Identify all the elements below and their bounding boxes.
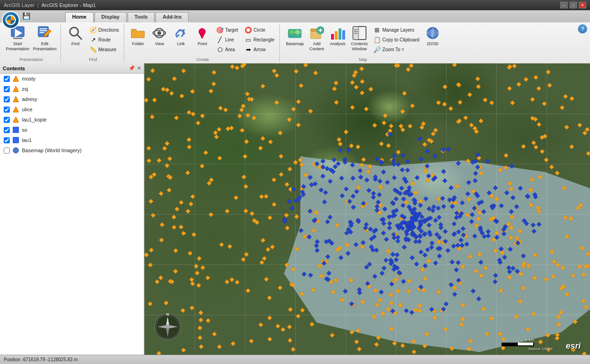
layer-basemap-checkbox[interactable] (4, 148, 10, 154)
svg-rect-2 (13, 38, 22, 39)
target-icon: 🎯 (216, 27, 224, 34)
directions-label: Directions (98, 27, 119, 33)
layer-ulice-checkbox[interactable] (4, 107, 10, 113)
contents-window-button[interactable]: ContentsWindow (349, 24, 370, 55)
link-icon (173, 26, 188, 40)
position-status: Position -671619.79 -1128025.83 m (4, 357, 78, 362)
group-presentation: StartPresentation EditPre (2, 23, 61, 62)
tab-add-ins[interactable]: Add-Ins (156, 12, 189, 22)
svg-point-48 (166, 325, 170, 329)
svg-rect-23 (335, 31, 338, 40)
tab-home[interactable]: Home (65, 12, 94, 22)
layer-basemap-icon (12, 147, 20, 154)
route-label: Route (98, 37, 111, 42)
analysis-button[interactable]: Analysis (327, 24, 348, 55)
minimize-button[interactable]: ─ (560, 2, 568, 8)
layer-item: zsj (0, 84, 144, 94)
svg-rect-4 (40, 28, 47, 29)
circle-button[interactable]: ⭕ Circle (242, 25, 277, 34)
layer-item: adresy (0, 94, 144, 104)
rectangle-icon: ▭ (244, 36, 252, 43)
svg-marker-37 (13, 107, 19, 112)
start-presentation-button[interactable]: StartPresentation (5, 24, 31, 55)
undo-quick-btn[interactable]: ↩ (32, 12, 37, 20)
add-content-label: AddContent (310, 41, 325, 52)
add-content-icon (309, 26, 324, 40)
view-button[interactable]: View (149, 24, 169, 55)
layer-basemap-label: Basemap (World Imagery) (22, 148, 81, 153)
contents-header: Contents 📌 ✕ (0, 63, 144, 74)
svg-rect-28 (354, 29, 358, 30)
find-button[interactable]: Find (65, 24, 86, 55)
contents-pin-button[interactable]: 📌 (129, 65, 135, 71)
close-button[interactable]: ✕ (579, 2, 586, 8)
layer-item: ulice (0, 104, 144, 115)
copy-clipboard-button[interactable]: 📋 Copy to Clipboard (371, 35, 422, 44)
analysis-icon (330, 26, 345, 40)
area-icon: ⬡ (216, 46, 224, 53)
layer-mosty-checkbox[interactable] (4, 76, 10, 82)
2d3d-button[interactable]: 2D/3D (423, 24, 442, 55)
group-presentation-label: Presentation (5, 57, 58, 62)
add-content-button[interactable]: AddContent (307, 24, 326, 55)
svg-rect-21 (320, 28, 321, 32)
map-area[interactable]: N 9 km Source: USGS esri (144, 63, 590, 355)
svg-marker-36 (13, 96, 19, 102)
target-button[interactable]: 🎯 Target (214, 25, 240, 34)
measure-button[interactable]: 📏 Measure (87, 45, 121, 54)
contents-close-button[interactable]: ✕ (137, 65, 141, 71)
layer-item: lau1_kopie (0, 115, 144, 125)
maximize-button[interactable]: □ (570, 2, 577, 8)
zoom-to-label: Zoom To = (382, 47, 404, 52)
layer-mosty-label: mosty (22, 76, 35, 81)
copy-clipboard-label: Copy to Clipboard (382, 37, 420, 42)
group-create: Folder View (125, 23, 280, 62)
tab-display[interactable]: Display (95, 12, 127, 22)
find-label: Find (71, 41, 80, 47)
svg-point-41 (13, 148, 19, 153)
view-icon (152, 26, 167, 40)
layer-lau1kopie-checkbox[interactable] (4, 117, 10, 123)
help-button[interactable]: ? (578, 24, 587, 34)
folder-button[interactable]: Folder (128, 24, 148, 55)
route-button[interactable]: ↗ Route (87, 35, 121, 44)
basemap-button[interactable]: Basemap (284, 24, 306, 55)
edit-presentation-button[interactable]: EditPresentation (32, 24, 58, 55)
layer-zsj-label: zsj (22, 86, 28, 92)
layer-item: mosty (0, 74, 144, 84)
zoom-to-button[interactable]: 🔎 Zoom To = (371, 45, 422, 54)
save-quick-btn[interactable]: 💾 (22, 12, 30, 20)
area-button[interactable]: ⬡ Area (214, 45, 240, 54)
tab-tools[interactable]: Tools (128, 12, 155, 22)
svg-rect-22 (331, 34, 334, 40)
group-create-label: Create (128, 57, 277, 62)
link-button[interactable]: Link (171, 24, 190, 55)
area-label: Area (225, 47, 235, 52)
arrow-button[interactable]: ➡ Arrow (242, 45, 277, 54)
contents-controls: 📌 ✕ (129, 65, 141, 71)
manage-layers-button[interactable]: ⊞ Manage Layers (371, 25, 422, 34)
point-button[interactable]: Point (192, 24, 212, 55)
scale-label: 9 km (525, 337, 534, 342)
2d3d-icon (425, 26, 440, 40)
line-button[interactable]: ╱ Line (214, 35, 240, 44)
ribbon-module-label: ArcGIS Layer (4, 2, 34, 8)
contents-panel: Contents 📌 ✕ mosty (0, 63, 144, 355)
layer-lau1kopie-icon (12, 116, 20, 123)
layer-adresy-checkbox[interactable] (4, 96, 10, 102)
directions-button[interactable]: 🧭 Directions (87, 25, 121, 34)
status-bar: Position -671619.79 -1128025.83 m (0, 355, 590, 364)
group-map: Basemap AddCon (281, 23, 445, 62)
directions-icon: 🧭 (89, 27, 97, 34)
point-label: Point (197, 41, 207, 47)
layer-lau1-checkbox[interactable] (4, 137, 10, 143)
arrow-label: Arrow (253, 47, 265, 52)
layer-so-checkbox[interactable] (4, 127, 10, 133)
svg-marker-38 (13, 117, 19, 122)
svg-rect-29 (354, 31, 358, 32)
svg-text:N: N (166, 313, 169, 317)
svg-rect-5 (40, 30, 47, 31)
layer-zsj-checkbox[interactable] (4, 86, 10, 92)
link-label: Link (177, 41, 185, 47)
rectangle-button[interactable]: ▭ Rectangle (242, 35, 277, 44)
